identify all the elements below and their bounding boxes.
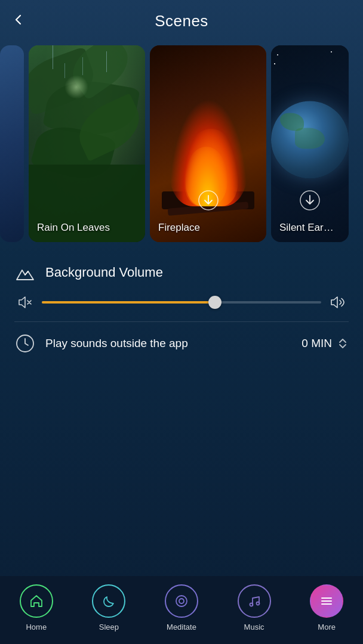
back-button[interactable] [12,13,25,30]
rain-visual [29,45,145,242]
clock-icon [14,333,36,354]
page-title: Scenes [155,12,208,30]
background-volume-header: Background Volume [14,262,349,283]
mountain-icon [14,262,36,283]
svg-point-3 [176,596,187,606]
nav-label-more: More [318,623,336,631]
header: Scenes [0,0,363,36]
more-icon-circle [310,584,343,618]
nav-item-home[interactable]: Home [13,584,60,631]
volume-slider[interactable] [42,301,321,304]
background-volume-section: Background Volume [0,251,363,321]
volume-fill [42,301,215,304]
nav-item-more[interactable]: More [303,584,350,631]
svg-point-4 [179,599,184,603]
background-volume-label: Background Volume [45,265,163,280]
min-value: 0 MIN [302,337,332,350]
download-icon-earth [299,190,321,213]
scenes-carousel: Rain On Leaves Fireplace [0,36,363,251]
volume-slider-row [14,294,349,311]
play-sounds-row: Play sounds outside the app 0 MIN [14,333,349,354]
min-stepper[interactable]: 0 MIN [302,337,349,350]
scene-card-rain-on-leaves[interactable]: Rain On Leaves [29,45,145,242]
sleep-icon-circle [92,584,125,618]
scene-label-fireplace: Fireplace [158,222,200,234]
play-sounds-section: Play sounds outside the app 0 MIN [0,322,363,365]
meditate-icon-circle [165,584,198,618]
scene-card-silent-earth[interactable]: Silent Ear… [271,45,349,242]
nav-item-sleep[interactable]: Sleep [85,584,133,631]
download-icon-fireplace [198,190,219,213]
volume-thumb[interactable] [208,296,222,309]
stepper-arrows[interactable] [337,337,349,350]
svg-point-5 [250,603,253,606]
scene-label-earth: Silent Ear… [279,222,334,234]
music-icon-circle [238,584,271,618]
nav-item-meditate[interactable]: Meditate [158,584,205,631]
scene-card-partial[interactable] [0,45,24,242]
home-icon-circle [20,584,53,618]
earth-globe [271,101,349,179]
nav-label-meditate: Meditate [167,623,196,631]
mute-icon[interactable] [17,294,33,311]
volume-high-icon[interactable] [330,294,346,311]
nav-item-music[interactable]: Music [230,584,278,631]
bottom-nav: Home Sleep Meditate Music [0,576,363,644]
scene-card-fireplace[interactable]: Fireplace [150,45,266,242]
nav-label-sleep: Sleep [99,623,119,631]
scene-label-rain: Rain On Leaves [37,222,110,234]
nav-label-music: Music [244,623,264,631]
nav-label-home: Home [26,623,47,631]
play-sounds-label: Play sounds outside the app [45,337,292,350]
svg-point-6 [256,602,259,605]
